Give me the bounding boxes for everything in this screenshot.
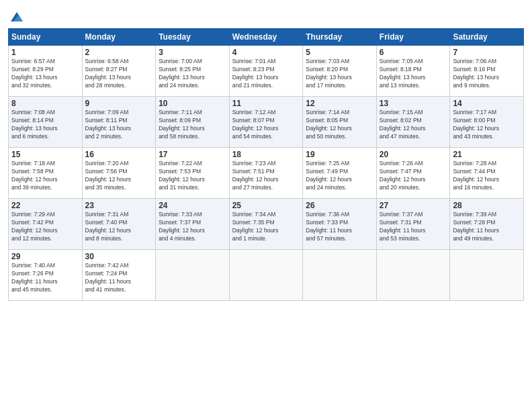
day-number: 6 bbox=[380, 48, 447, 57]
day-number: 3 bbox=[159, 48, 226, 57]
calendar-cell: 23Sunrise: 7:31 AM Sunset: 7:40 PM Dayli… bbox=[82, 199, 156, 250]
day-info: Sunrise: 7:40 AM Sunset: 7:26 PM Dayligh… bbox=[11, 262, 79, 294]
day-info: Sunrise: 7:42 AM Sunset: 7:24 PM Dayligh… bbox=[85, 262, 153, 294]
day-info: Sunrise: 7:20 AM Sunset: 7:56 PM Dayligh… bbox=[85, 160, 153, 192]
day-info: Sunrise: 7:09 AM Sunset: 8:11 PM Dayligh… bbox=[85, 109, 153, 141]
day-number: 2 bbox=[85, 48, 153, 57]
day-info: Sunrise: 7:03 AM Sunset: 8:20 PM Dayligh… bbox=[306, 58, 373, 90]
day-number: 23 bbox=[85, 201, 153, 210]
day-info: Sunrise: 7:39 AM Sunset: 7:28 PM Dayligh… bbox=[453, 211, 521, 243]
calendar-cell bbox=[156, 250, 230, 301]
calendar-cell: 20Sunrise: 7:26 AM Sunset: 7:47 PM Dayli… bbox=[376, 148, 450, 199]
day-number: 22 bbox=[11, 201, 79, 210]
calendar-cell: 22Sunrise: 7:29 AM Sunset: 7:42 PM Dayli… bbox=[9, 199, 83, 250]
day-info: Sunrise: 7:37 AM Sunset: 7:31 PM Dayligh… bbox=[380, 211, 447, 243]
calendar-week-1: 1Sunrise: 6:57 AM Sunset: 8:29 PM Daylig… bbox=[9, 46, 524, 97]
weekday-header-wednesday: Wednesday bbox=[229, 29, 303, 46]
calendar-cell bbox=[303, 250, 377, 301]
day-number: 27 bbox=[380, 201, 447, 210]
calendar-cell: 30Sunrise: 7:42 AM Sunset: 7:24 PM Dayli… bbox=[82, 250, 156, 301]
day-info: Sunrise: 6:58 AM Sunset: 8:27 PM Dayligh… bbox=[85, 58, 153, 90]
calendar-cell: 4Sunrise: 7:01 AM Sunset: 8:23 PM Daylig… bbox=[229, 46, 303, 97]
day-number: 19 bbox=[306, 150, 373, 159]
day-number: 4 bbox=[232, 48, 300, 57]
day-number: 21 bbox=[453, 150, 521, 159]
logo bbox=[8, 9, 24, 23]
calendar-cell bbox=[376, 250, 450, 301]
weekday-header-tuesday: Tuesday bbox=[156, 29, 230, 46]
day-number: 13 bbox=[380, 99, 447, 108]
day-info: Sunrise: 7:34 AM Sunset: 7:35 PM Dayligh… bbox=[232, 211, 300, 243]
calendar-cell: 11Sunrise: 7:12 AM Sunset: 8:07 PM Dayli… bbox=[229, 97, 303, 148]
calendar-cell: 26Sunrise: 7:36 AM Sunset: 7:33 PM Dayli… bbox=[303, 199, 377, 250]
calendar-cell: 14Sunrise: 7:17 AM Sunset: 8:00 PM Dayli… bbox=[450, 97, 524, 148]
logo-icon bbox=[9, 9, 24, 24]
day-number: 12 bbox=[306, 99, 373, 108]
day-number: 11 bbox=[232, 99, 300, 108]
calendar-cell: 5Sunrise: 7:03 AM Sunset: 8:20 PM Daylig… bbox=[303, 46, 377, 97]
calendar-table: SundayMondayTuesdayWednesdayThursdayFrid… bbox=[8, 28, 524, 301]
calendar-cell: 19Sunrise: 7:25 AM Sunset: 7:49 PM Dayli… bbox=[303, 148, 377, 199]
day-number: 15 bbox=[11, 150, 79, 159]
calendar-cell: 7Sunrise: 7:06 AM Sunset: 8:16 PM Daylig… bbox=[450, 46, 524, 97]
day-number: 16 bbox=[85, 150, 153, 159]
day-info: Sunrise: 7:23 AM Sunset: 7:51 PM Dayligh… bbox=[232, 160, 300, 192]
day-number: 18 bbox=[232, 150, 300, 159]
calendar-cell bbox=[229, 250, 303, 301]
day-number: 28 bbox=[453, 201, 521, 210]
calendar-week-5: 29Sunrise: 7:40 AM Sunset: 7:26 PM Dayli… bbox=[9, 250, 524, 301]
calendar-cell: 2Sunrise: 6:58 AM Sunset: 8:27 PM Daylig… bbox=[82, 46, 156, 97]
calendar-cell: 1Sunrise: 6:57 AM Sunset: 8:29 PM Daylig… bbox=[9, 46, 83, 97]
weekday-header-thursday: Thursday bbox=[303, 29, 377, 46]
day-info: Sunrise: 7:14 AM Sunset: 8:05 PM Dayligh… bbox=[306, 109, 373, 141]
day-number: 25 bbox=[232, 201, 300, 210]
calendar-cell: 17Sunrise: 7:22 AM Sunset: 7:53 PM Dayli… bbox=[156, 148, 230, 199]
calendar-week-4: 22Sunrise: 7:29 AM Sunset: 7:42 PM Dayli… bbox=[9, 199, 524, 250]
day-number: 30 bbox=[85, 252, 153, 261]
calendar-cell: 12Sunrise: 7:14 AM Sunset: 8:05 PM Dayli… bbox=[303, 97, 377, 148]
calendar-cell: 15Sunrise: 7:18 AM Sunset: 7:58 PM Dayli… bbox=[9, 148, 83, 199]
calendar-cell: 25Sunrise: 7:34 AM Sunset: 7:35 PM Dayli… bbox=[229, 199, 303, 250]
day-info: Sunrise: 7:22 AM Sunset: 7:53 PM Dayligh… bbox=[159, 160, 226, 192]
calendar-cell: 24Sunrise: 7:33 AM Sunset: 7:37 PM Dayli… bbox=[156, 199, 230, 250]
calendar-cell: 3Sunrise: 7:00 AM Sunset: 8:25 PM Daylig… bbox=[156, 46, 230, 97]
calendar-cell: 18Sunrise: 7:23 AM Sunset: 7:51 PM Dayli… bbox=[229, 148, 303, 199]
day-number: 8 bbox=[11, 99, 79, 108]
calendar-week-3: 15Sunrise: 7:18 AM Sunset: 7:58 PM Dayli… bbox=[9, 148, 524, 199]
calendar-cell: 29Sunrise: 7:40 AM Sunset: 7:26 PM Dayli… bbox=[9, 250, 83, 301]
weekday-header-monday: Monday bbox=[82, 29, 156, 46]
day-info: Sunrise: 7:12 AM Sunset: 8:07 PM Dayligh… bbox=[232, 109, 300, 141]
weekday-header-sunday: Sunday bbox=[9, 29, 83, 46]
day-number: 26 bbox=[306, 201, 373, 210]
calendar-week-2: 8Sunrise: 7:08 AM Sunset: 8:14 PM Daylig… bbox=[9, 97, 524, 148]
day-info: Sunrise: 7:15 AM Sunset: 8:02 PM Dayligh… bbox=[380, 109, 447, 141]
calendar-cell: 8Sunrise: 7:08 AM Sunset: 8:14 PM Daylig… bbox=[9, 97, 83, 148]
day-info: Sunrise: 7:28 AM Sunset: 7:44 PM Dayligh… bbox=[453, 160, 521, 192]
weekday-header-row: SundayMondayTuesdayWednesdayThursdayFrid… bbox=[9, 29, 524, 46]
day-info: Sunrise: 7:08 AM Sunset: 8:14 PM Dayligh… bbox=[11, 109, 79, 141]
day-number: 29 bbox=[11, 252, 79, 261]
day-info: Sunrise: 7:05 AM Sunset: 8:18 PM Dayligh… bbox=[380, 58, 447, 90]
day-info: Sunrise: 7:01 AM Sunset: 8:23 PM Dayligh… bbox=[232, 58, 300, 90]
calendar-cell: 28Sunrise: 7:39 AM Sunset: 7:28 PM Dayli… bbox=[450, 199, 524, 250]
calendar-cell: 10Sunrise: 7:11 AM Sunset: 8:09 PM Dayli… bbox=[156, 97, 230, 148]
weekday-header-friday: Friday bbox=[376, 29, 450, 46]
day-info: Sunrise: 7:18 AM Sunset: 7:58 PM Dayligh… bbox=[11, 160, 79, 192]
day-number: 1 bbox=[11, 48, 79, 57]
day-info: Sunrise: 7:17 AM Sunset: 8:00 PM Dayligh… bbox=[453, 109, 521, 141]
day-info: Sunrise: 6:57 AM Sunset: 8:29 PM Dayligh… bbox=[11, 58, 79, 90]
weekday-header-saturday: Saturday bbox=[450, 29, 524, 46]
day-info: Sunrise: 7:00 AM Sunset: 8:25 PM Dayligh… bbox=[159, 58, 226, 90]
calendar-cell: 21Sunrise: 7:28 AM Sunset: 7:44 PM Dayli… bbox=[450, 148, 524, 199]
day-info: Sunrise: 7:36 AM Sunset: 7:33 PM Dayligh… bbox=[306, 211, 373, 243]
calendar-cell: 6Sunrise: 7:05 AM Sunset: 8:18 PM Daylig… bbox=[376, 46, 450, 97]
day-info: Sunrise: 7:25 AM Sunset: 7:49 PM Dayligh… bbox=[306, 160, 373, 192]
day-number: 14 bbox=[453, 99, 521, 108]
day-info: Sunrise: 7:29 AM Sunset: 7:42 PM Dayligh… bbox=[11, 211, 79, 243]
calendar-cell: 16Sunrise: 7:20 AM Sunset: 7:56 PM Dayli… bbox=[82, 148, 156, 199]
day-number: 7 bbox=[453, 48, 521, 57]
day-number: 17 bbox=[159, 150, 226, 159]
day-number: 9 bbox=[85, 99, 153, 108]
day-info: Sunrise: 7:11 AM Sunset: 8:09 PM Dayligh… bbox=[159, 109, 226, 141]
day-number: 5 bbox=[306, 48, 373, 57]
